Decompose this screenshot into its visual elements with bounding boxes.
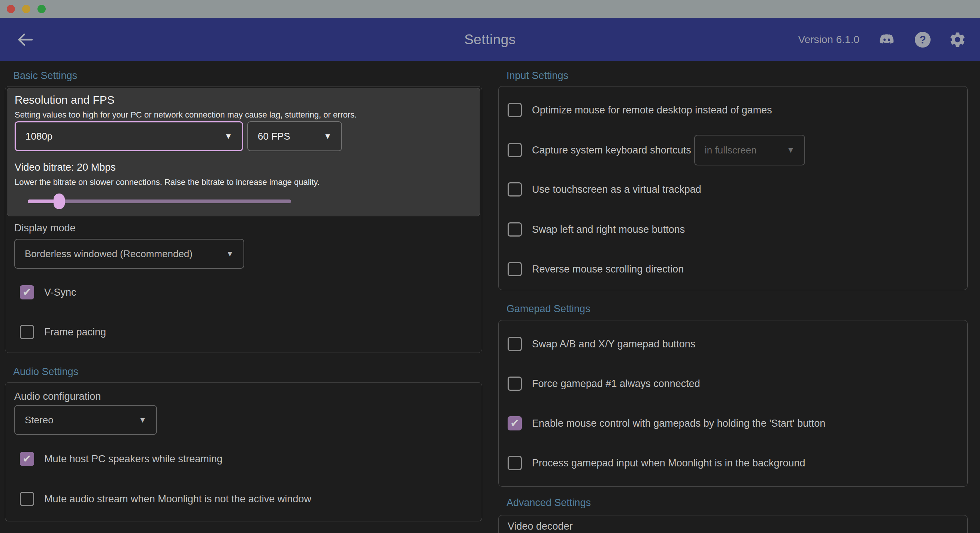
back-arrow-icon: [16, 44, 35, 51]
capture-shortcuts-mode-value: in fullscreen: [705, 144, 757, 156]
help-icon[interactable]: ?: [914, 31, 931, 48]
app-header: Settings Version 6.1.0 ?: [0, 18, 980, 61]
audio-config-dropdown[interactable]: Stereo ▼: [14, 405, 157, 435]
background-gamepad-row[interactable]: ✔ Process gamepad input when Moonlight i…: [508, 456, 805, 470]
gamepad-settings-heading: Gamepad Settings: [506, 303, 590, 315]
version-label: Version 6.1.0: [798, 34, 859, 46]
vsync-label: V-Sync: [44, 287, 76, 298]
gamepad-mouse-control-checkbox[interactable]: ✔: [508, 416, 522, 430]
gear-icon[interactable]: [948, 31, 967, 49]
bitrate-slider-track[interactable]: [28, 200, 291, 203]
input-settings-heading: Input Settings: [506, 70, 568, 82]
force-gamepad-label: Force gamepad #1 always connected: [532, 378, 700, 390]
frame-pacing-label: Frame pacing: [44, 327, 106, 338]
swap-mouse-buttons-checkbox[interactable]: ✔: [508, 222, 522, 236]
bitrate-slider-thumb[interactable]: [54, 194, 65, 209]
swap-gamepad-buttons-checkbox[interactable]: ✔: [508, 337, 522, 351]
mute-host-row[interactable]: ✔ Mute host PC speakers while streaming: [20, 452, 223, 466]
advanced-settings-heading: Advanced Settings: [506, 497, 591, 509]
mute-host-checkbox[interactable]: ✔: [20, 452, 34, 466]
vsync-row[interactable]: ✔ V-Sync: [20, 285, 76, 300]
chevron-down-icon: ▼: [324, 132, 331, 141]
audio-settings-card: Audio configuration Stereo ▼ ✔ Mute host…: [5, 382, 482, 521]
basic-settings-heading: Basic Settings: [13, 70, 77, 82]
optimize-mouse-row[interactable]: ✔ Optimize mouse for remote desktop inst…: [508, 103, 772, 117]
zoom-window-button[interactable]: [37, 5, 46, 13]
vsync-checkbox[interactable]: ✔: [20, 285, 34, 300]
gamepad-settings-card: ✔ Swap A/B and X/Y gamepad buttons ✔ For…: [498, 320, 968, 487]
bitrate-title: Video bitrate: 20 Mbps: [14, 162, 116, 173]
chevron-down-icon: ▼: [226, 249, 234, 258]
background-gamepad-label: Process gamepad input when Moonlight is …: [532, 457, 805, 469]
header-actions: Version 6.1.0 ?: [798, 18, 967, 61]
touchscreen-trackpad-checkbox[interactable]: ✔: [508, 182, 522, 197]
force-gamepad-row[interactable]: ✔ Force gamepad #1 always connected: [508, 376, 700, 391]
bitrate-subtitle: Lower the bitrate on slower connections.…: [14, 178, 320, 187]
resolution-dropdown-value: 1080p: [25, 131, 52, 142]
resolution-card-subtitle: Setting values too high for your PC or n…: [14, 110, 356, 120]
gamepad-mouse-control-label: Enable mouse control with gamepads by ho…: [532, 418, 825, 429]
frame-pacing-row[interactable]: ✔ Frame pacing: [20, 325, 106, 339]
reverse-scrolling-row[interactable]: ✔ Reverse mouse scrolling direction: [508, 262, 684, 276]
mute-inactive-row[interactable]: ✔ Mute audio stream when Moonlight is no…: [20, 492, 311, 506]
resolution-card-title: Resolution and FPS: [14, 94, 115, 106]
audio-config-label: Audio configuration: [14, 391, 101, 402]
gamepad-mouse-control-row[interactable]: ✔ Enable mouse control with gamepads by …: [508, 416, 825, 430]
check-icon: ✔: [22, 287, 31, 298]
mute-host-label: Mute host PC speakers while streaming: [44, 453, 223, 465]
back-button[interactable]: [16, 30, 35, 49]
minimize-window-button[interactable]: [22, 5, 30, 13]
display-mode-dropdown[interactable]: Borderless windowed (Recommended) ▼: [14, 239, 244, 269]
video-decoder-label: Video decoder: [508, 521, 573, 532]
basic-settings-card: Resolution and FPS Setting values too hi…: [5, 86, 482, 353]
fps-dropdown[interactable]: 60 FPS ▼: [247, 121, 342, 151]
background-gamepad-checkbox[interactable]: ✔: [508, 456, 522, 470]
touchscreen-trackpad-label: Use touchscreen as a virtual trackpad: [532, 184, 701, 195]
optimize-mouse-checkbox[interactable]: ✔: [508, 103, 522, 117]
resolution-fps-card[interactable]: Resolution and FPS Setting values too hi…: [7, 88, 480, 216]
bitrate-slider[interactable]: [28, 194, 291, 209]
check-icon: ✔: [510, 418, 519, 428]
chevron-down-icon: ▼: [787, 146, 795, 155]
mute-inactive-label: Mute audio stream when Moonlight is not …: [44, 493, 311, 505]
display-mode-label: Display mode: [14, 222, 76, 234]
chevron-down-icon: ▼: [224, 132, 232, 141]
chevron-down-icon: ▼: [138, 416, 146, 424]
reverse-scrolling-label: Reverse mouse scrolling direction: [532, 263, 684, 275]
window-titlebar: [0, 0, 980, 18]
swap-mouse-buttons-label: Swap left and right mouse buttons: [532, 224, 685, 235]
capture-shortcuts-checkbox[interactable]: ✔: [508, 143, 522, 157]
help-question-glyph: ?: [919, 33, 926, 45]
resolution-fps-row: 1080p ▼ 60 FPS ▼: [14, 121, 342, 151]
frame-pacing-checkbox[interactable]: ✔: [20, 325, 34, 339]
fps-dropdown-value: 60 FPS: [258, 131, 290, 142]
moonlight-settings-window: Settings Version 6.1.0 ? Basic Settings …: [0, 0, 980, 533]
force-gamepad-checkbox[interactable]: ✔: [508, 376, 522, 391]
swap-mouse-buttons-row[interactable]: ✔ Swap left and right mouse buttons: [508, 222, 685, 236]
swap-gamepad-buttons-label: Swap A/B and X/Y gamepad buttons: [532, 338, 695, 350]
capture-shortcuts-label: Capture system keyboard shortcuts: [532, 144, 691, 156]
mute-inactive-checkbox[interactable]: ✔: [20, 492, 34, 506]
discord-icon[interactable]: [877, 32, 897, 48]
capture-shortcuts-mode-dropdown: in fullscreen ▼: [694, 135, 805, 165]
optimize-mouse-label: Optimize mouse for remote desktop instea…: [532, 105, 772, 116]
touchscreen-trackpad-row[interactable]: ✔ Use touchscreen as a virtual trackpad: [508, 182, 701, 197]
capture-shortcuts-row[interactable]: ✔ Capture system keyboard shortcuts in f…: [508, 143, 691, 157]
audio-config-dropdown-value: Stereo: [25, 414, 54, 426]
check-icon: ✔: [22, 454, 31, 464]
reverse-scrolling-checkbox[interactable]: ✔: [508, 262, 522, 276]
advanced-settings-card: Video decoder: [498, 515, 968, 533]
display-mode-dropdown-value: Borderless windowed (Recommended): [25, 248, 192, 260]
resolution-dropdown[interactable]: 1080p ▼: [14, 121, 243, 151]
audio-settings-heading: Audio Settings: [13, 366, 78, 378]
swap-gamepad-buttons-row[interactable]: ✔ Swap A/B and X/Y gamepad buttons: [508, 337, 695, 351]
close-window-button[interactable]: [7, 5, 15, 13]
page-title: Settings: [464, 32, 516, 48]
input-settings-card: ✔ Optimize mouse for remote desktop inst…: [498, 86, 968, 290]
